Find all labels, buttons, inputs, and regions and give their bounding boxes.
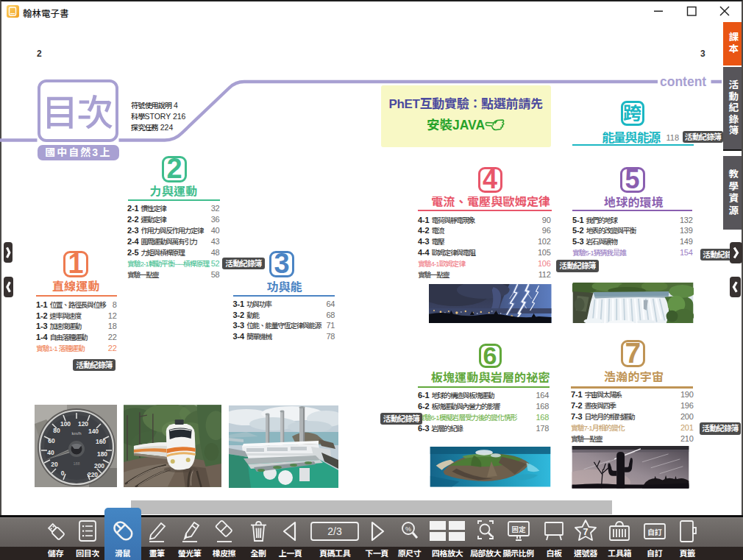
- svg-text:固定: 固定: [511, 525, 526, 534]
- svg-text:20: 20: [51, 461, 58, 468]
- svg-text:7: 7: [583, 527, 589, 537]
- svg-text:80: 80: [53, 427, 60, 434]
- svg-text:160: 160: [96, 438, 106, 445]
- svg-text:%: %: [405, 525, 410, 533]
- svg-text:100: 100: [60, 420, 71, 428]
- svg-text:自訂: 自訂: [647, 528, 662, 536]
- svg-text:180: 180: [97, 450, 107, 458]
- svg-text:2/3: 2/3: [327, 525, 342, 537]
- svg-text:188: 188: [73, 461, 79, 466]
- svg-text:40: 40: [47, 449, 54, 456]
- svg-text:140: 140: [88, 428, 99, 435]
- svg-text:220: 220: [88, 471, 98, 478]
- svg-text:60: 60: [48, 437, 55, 444]
- svg-text:km/h: km/h: [71, 431, 81, 436]
- svg-text:0: 0: [61, 469, 65, 477]
- svg-text:200: 200: [94, 462, 104, 469]
- svg-text:120: 120: [78, 420, 88, 428]
